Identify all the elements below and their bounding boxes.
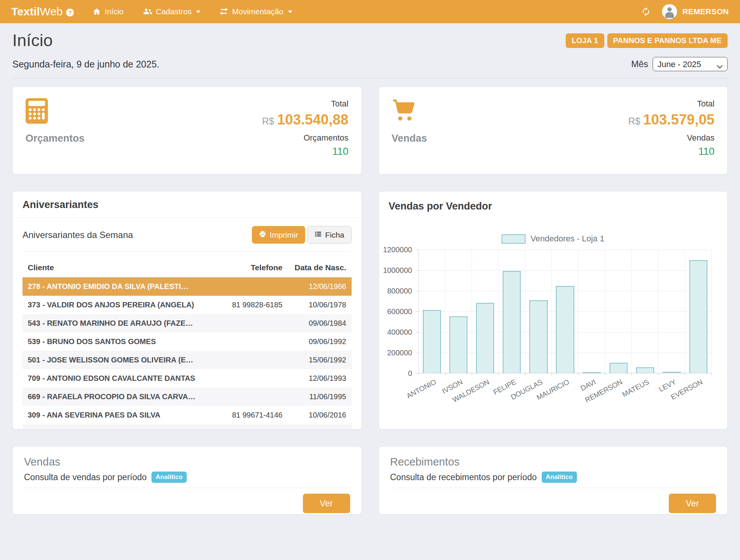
nav-item-label: Cadastros bbox=[156, 7, 192, 16]
chart-bar-davi[interactable] bbox=[583, 372, 601, 373]
birthdate-cell: 09/06/1992 bbox=[283, 337, 346, 346]
printer-icon bbox=[259, 231, 266, 240]
ver-button[interactable]: Ver bbox=[669, 494, 716, 513]
client-cell: 669 - RAFAELA PROCOPIO DA SILVA CARVA… bbox=[28, 392, 204, 401]
table-row[interactable]: 278 - ANTONIO EMIDIO DA SILVA (PALESTI…1… bbox=[22, 277, 352, 296]
nav-item-movimentacao[interactable]: Movimentação bbox=[219, 7, 292, 16]
chart-title: Vendas por Vendedor bbox=[379, 192, 728, 212]
currency-symbol: R$ bbox=[262, 116, 274, 126]
y-tick-label: 1200000 bbox=[383, 246, 412, 254]
legend-label: Vendedores - Loja 1 bbox=[530, 234, 604, 244]
page-title: Início bbox=[12, 31, 53, 50]
nav-item-inicio[interactable]: Início bbox=[93, 7, 123, 16]
x-tick-label: DAVI bbox=[579, 378, 597, 393]
exchange-icon bbox=[219, 7, 228, 16]
refresh-icon[interactable] bbox=[641, 7, 651, 16]
print-button[interactable]: Imprimir bbox=[252, 226, 305, 244]
chart-bar-felipe[interactable] bbox=[503, 271, 521, 373]
y-tick-label: 1000000 bbox=[383, 266, 412, 275]
y-tick-mark bbox=[416, 353, 418, 353]
store-button[interactable]: LOJA 1 bbox=[566, 33, 604, 48]
birthdate-cell: 09/06/1984 bbox=[283, 319, 346, 328]
nav-item-cadastros[interactable]: Cadastros bbox=[142, 7, 201, 16]
card-subtitle: Consulta de vendas por período bbox=[24, 472, 147, 482]
gridline bbox=[445, 250, 445, 373]
chevron-down-icon bbox=[196, 10, 201, 13]
client-cell: 278 - ANTONIO EMIDIO DA SILVA (PALESTI… bbox=[28, 282, 204, 291]
table-row[interactable]: 309 - ANA SEVERINA PAES DA SILVA81 99671… bbox=[22, 406, 352, 424]
gridline bbox=[498, 250, 499, 373]
gridline bbox=[631, 250, 632, 373]
divider bbox=[12, 78, 728, 79]
month-select[interactable]: June - 2025 bbox=[653, 57, 728, 71]
chart-plot-area bbox=[418, 250, 712, 373]
summary-label: Vendas bbox=[392, 133, 427, 144]
y-tick-mark bbox=[416, 373, 418, 374]
phone-cell: 81 99828-6185 bbox=[204, 301, 283, 309]
nav-item-label: Movimentação bbox=[232, 7, 283, 16]
total-value: 103.540,88 bbox=[277, 112, 348, 127]
birthdate-cell: 10/06/1978 bbox=[283, 301, 346, 309]
cart-icon bbox=[392, 98, 427, 124]
birthdays-rows: 278 - ANTONIO EMIDIO DA SILVA (PALESTI…1… bbox=[22, 277, 352, 429]
users-icon bbox=[142, 7, 152, 16]
card-title: Vendas bbox=[24, 456, 350, 468]
table-row[interactable]: 709 - ANTONIO EDSON CAVALCANTE DANTAS12/… bbox=[22, 369, 352, 388]
y-tick-label: 200000 bbox=[387, 349, 412, 357]
count-value: 110 bbox=[262, 146, 348, 157]
chart-bar-everson[interactable] bbox=[689, 260, 707, 373]
list-icon bbox=[315, 231, 322, 240]
card-title: Recebimentos bbox=[390, 456, 716, 468]
chart-bar-waldeson[interactable] bbox=[476, 303, 494, 373]
user-menu[interactable]: REMERSON bbox=[662, 4, 729, 19]
table-row[interactable]: 543 - RENATO MARINHO DE ARAUJO (FAZE…09/… bbox=[22, 314, 352, 332]
chart-bar-remerson[interactable] bbox=[610, 363, 628, 373]
table-row[interactable]: 501 - JOSE WELISSON GOMES OLIVEIRA (E…15… bbox=[22, 351, 352, 369]
top-navbar: TextilWeb ? Início Cadastros Movimentaçã… bbox=[0, 0, 740, 23]
y-tick-label: 0 bbox=[408, 369, 412, 378]
chart-bar-mauricio[interactable] bbox=[556, 286, 574, 373]
chart-bar-mateus[interactable] bbox=[636, 367, 654, 373]
ficha-button[interactable]: Ficha bbox=[307, 226, 351, 244]
legend-swatch[interactable] bbox=[502, 234, 526, 244]
table-row[interactable]: 539 - BRUNO DOS SANTOS GOMES09/06/1992 bbox=[22, 332, 352, 351]
table-row[interactable]: 669 - RAFAELA PROCOPIO DA SILVA CARVA…11… bbox=[22, 388, 352, 406]
chart-bar-douglas[interactable] bbox=[529, 300, 547, 373]
gridline bbox=[472, 250, 472, 373]
company-button[interactable]: PANNOS E PANNOS LTDA ME bbox=[607, 33, 728, 48]
birthdays-subtitle: Aniversariantes da Semana bbox=[22, 230, 133, 240]
chart-bar-ivson[interactable] bbox=[449, 316, 467, 373]
chart-bar-levy[interactable] bbox=[663, 372, 681, 373]
table-row[interactable]: 373 - VALDIR DOS ANJOS PEREIRA (ANGELA)8… bbox=[22, 296, 352, 314]
birthdate-cell: 10/06/2016 bbox=[283, 411, 346, 419]
nav-item-label: Início bbox=[105, 7, 123, 16]
client-cell: 543 - RENATO MARINHO DE ARAUJO (FAZE… bbox=[28, 319, 204, 328]
column-header-data-nasc: Data de Nasc. bbox=[283, 263, 346, 272]
count-label: Vendas bbox=[628, 133, 715, 143]
recebimentos-report-card: Recebimentos Consulta de recebimentos po… bbox=[379, 446, 728, 515]
y-tick-mark bbox=[416, 311, 418, 312]
month-label: Mês bbox=[631, 59, 648, 69]
client-cell: 309 - ANA SEVERINA PAES DA SILVA bbox=[28, 411, 204, 419]
table-row[interactable] bbox=[22, 424, 352, 429]
chart-bar-antonio[interactable] bbox=[423, 310, 441, 373]
brand-logo[interactable]: TextilWeb bbox=[11, 5, 63, 18]
gridline bbox=[525, 250, 525, 373]
calculator-icon bbox=[25, 98, 85, 124]
home-icon bbox=[93, 7, 101, 16]
analitico-badge: Analítico bbox=[542, 472, 577, 483]
currency-symbol: R$ bbox=[628, 116, 640, 126]
gridline bbox=[419, 250, 712, 250]
gridline bbox=[605, 250, 605, 373]
print-button-label: Imprimir bbox=[270, 231, 298, 240]
user-name: REMERSON bbox=[682, 7, 729, 16]
birthdate-cell: 12/06/1993 bbox=[283, 374, 346, 383]
total-label: Total bbox=[628, 99, 715, 109]
birthdays-card-title: Aniversariantes bbox=[13, 192, 361, 218]
total-value: 103.579,05 bbox=[643, 112, 715, 127]
help-icon[interactable]: ? bbox=[66, 9, 74, 16]
y-tick-mark bbox=[416, 270, 418, 271]
ver-button[interactable]: Ver bbox=[303, 494, 350, 513]
client-cell: 373 - VALDIR DOS ANJOS PEREIRA (ANGELA) bbox=[28, 301, 204, 309]
birthdate-cell: 12/06/1966 bbox=[283, 282, 346, 291]
